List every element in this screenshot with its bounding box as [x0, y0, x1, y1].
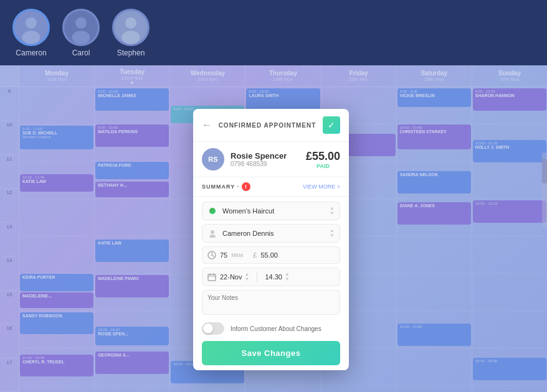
time-arrows[interactable]: ▲ ▼	[285, 272, 290, 282]
customer-phone: 0798 468539	[231, 161, 306, 167]
view-more-link[interactable]: VIEW MORE >	[303, 184, 340, 190]
customer-name: Rosie Spencer	[231, 151, 306, 161]
svg-point-9	[211, 230, 214, 234]
duration-price-field[interactable]: 75 Mins £ 55.00	[202, 246, 340, 264]
check-icon: ✓	[328, 120, 335, 130]
calendar-icon	[207, 273, 216, 281]
back-button[interactable]: ←	[202, 119, 212, 131]
date-section: 22-Nov ▲ ▼	[220, 272, 249, 282]
price-status: PAID	[306, 163, 340, 169]
datetime-field[interactable]: 22-Nov ▲ ▼ 14.30 ▲ ▼	[202, 268, 340, 286]
service-value: Women's Haircut	[222, 207, 330, 215]
toggle-label: Inform Customer About Changes	[231, 325, 321, 332]
datetime-divider	[257, 273, 257, 281]
service-icon	[207, 206, 217, 216]
summary-row: SUMMARY · ! VIEW MORE >	[193, 177, 349, 197]
modal-header: ← CONFIRMED APPOINTMENT ✓	[193, 109, 349, 142]
service-color-dot	[209, 208, 216, 214]
toggle-knob	[203, 324, 213, 334]
save-changes-button[interactable]: Save Changes	[202, 341, 340, 365]
customer-section: RS Rosie Spencer 0798 468539 £55.00 PAID	[193, 142, 349, 177]
price-currency-symbol: £	[253, 251, 257, 259]
date-arrows[interactable]: ▲ ▼	[244, 272, 249, 282]
summary-label: SUMMARY · !	[202, 182, 250, 191]
service-arrows[interactable]: ▲ ▼	[330, 206, 335, 216]
duration-price-value: 55.00	[260, 251, 278, 259]
customer-price-section: £55.00 PAID	[306, 150, 340, 169]
inform-customer-toggle[interactable]	[202, 322, 224, 335]
customer-info: Rosie Spencer 0798 468539	[231, 151, 306, 167]
time-value: 14.30	[265, 273, 282, 281]
duration-unit: Mins	[231, 252, 243, 258]
notes-textarea[interactable]	[202, 290, 340, 315]
staff-value: Cameron Dennis	[222, 230, 330, 237]
service-field[interactable]: Women's Haircut ▲ ▼	[202, 202, 340, 220]
confirmed-appointment-modal: ← CONFIRMED APPOINTMENT ✓ RS Rosie Spenc…	[193, 109, 349, 370]
confirm-button[interactable]: ✓	[323, 116, 340, 134]
svg-point-10	[209, 235, 216, 238]
staff-field[interactable]: Cameron Dennis ▲ ▼	[202, 224, 340, 243]
staff-arrows[interactable]: ▲ ▼	[330, 228, 335, 238]
customer-avatar: RS	[202, 148, 224, 170]
date-value: 22-Nov	[220, 273, 242, 281]
warning-icon: !	[242, 182, 250, 191]
staff-icon	[207, 228, 217, 238]
svg-rect-12	[208, 274, 216, 281]
price-amount: £55.00	[306, 150, 340, 163]
modal-title: CONFIRMED APPOINTMENT	[219, 122, 316, 129]
form-section: Women's Haircut ▲ ▼ Cameron Dennis ▲ ▼	[193, 197, 349, 370]
clock-icon	[207, 251, 216, 259]
duration-value: 75	[220, 251, 227, 259]
time-section: 14.30 ▲ ▼	[265, 272, 289, 282]
toggle-row: Inform Customer About Changes	[202, 322, 340, 335]
